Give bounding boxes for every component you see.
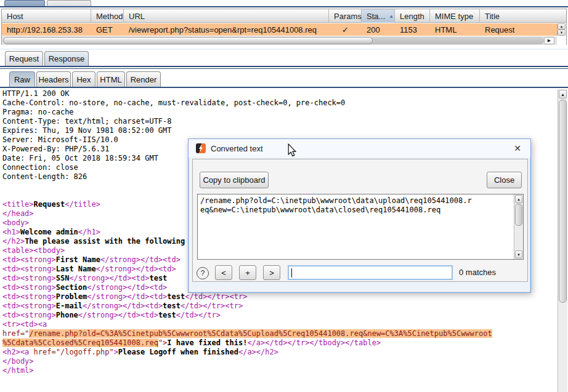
row-method: GET <box>91 25 124 34</box>
raw-line: <td><strong>Phone</strong></td><td>test<… <box>0 311 558 320</box>
raw-line: href="/rename.php?old=C%3A%5Cinetpub%5Cw… <box>0 329 558 338</box>
converted-text-dialog: Converted text ✕ Copy to clipboard Close… <box>188 138 531 293</box>
scroll-right-icon[interactable]: ▶ <box>544 37 554 44</box>
dialog-title: Converted text <box>211 144 263 153</box>
row-mime-type: HTML <box>430 25 480 34</box>
row-status: 200 <box>362 25 395 34</box>
raw-line: %5Cdata%5Cclosed%5Creq105441008.req">I h… <box>0 338 558 348</box>
close-icon[interactable]: ✕ <box>512 143 523 154</box>
raw-line: HTTP/1.1 200 OK <box>0 89 558 98</box>
scroll-down-icon[interactable]: ▼ <box>515 250 522 258</box>
burp-app-icon <box>196 143 206 153</box>
raw-line: </html> <box>0 366 558 375</box>
copy-to-clipboard-button[interactable]: Copy to clipboard <box>200 172 269 188</box>
raw-line: Content-Type: text/html; charset=UTF-8 <box>0 117 558 126</box>
scrollbar-thumb[interactable] <box>559 100 567 303</box>
scroll-down-icon[interactable]: ▼ <box>558 30 566 36</box>
raw-line: <tr><td><a <box>0 320 558 329</box>
column-header-status-label: Sta... <box>367 12 385 21</box>
row-length: 1153 <box>395 25 430 34</box>
raw-line: Cache-Control: no-store, no-cache, must-… <box>0 98 558 108</box>
row-host: http://192.168.253.38 <box>2 25 91 34</box>
row-url: /viewreport.php?status=open&rpt=req10544… <box>124 25 329 34</box>
column-header-method[interactable]: Method <box>91 9 124 23</box>
help-icon[interactable]: ? <box>197 267 209 279</box>
raw-line: <td><strong>E-mail</strong></td><td>test… <box>0 302 558 311</box>
divider <box>0 6 568 7</box>
tab-request[interactable]: Request <box>5 51 43 66</box>
scrollbar-thumb[interactable] <box>515 204 522 226</box>
converted-text-area[interactable]: /rename.php?old=C:\inetpub\wwwroot\data\… <box>197 194 524 260</box>
scroll-up-icon[interactable]: ▲ <box>515 195 522 203</box>
dialog-titlebar[interactable]: Converted text ✕ <box>189 139 530 158</box>
dialog-content-panel: Copy to clipboard Close /rename.php?old=… <box>192 159 528 282</box>
raw-line: </body> <box>0 357 558 366</box>
row-title: Request <box>480 25 557 34</box>
text-caret <box>291 268 292 278</box>
table-header-row: Host Method URL Params Sta...▲ Length MI… <box>2 9 566 23</box>
tab-render[interactable]: Render <box>126 71 161 87</box>
tab-hex[interactable]: Hex <box>72 71 95 87</box>
raw-line: <h2><a href="/logoff.php">Please Logoff … <box>0 348 558 357</box>
column-header-params[interactable]: Params <box>329 9 362 23</box>
raw-line: Pragma: no-cache <box>0 108 558 117</box>
http-history-table: Host Method URL Params Sta...▲ Length MI… <box>1 9 567 45</box>
search-options-button[interactable]: + <box>239 265 256 280</box>
raw-line: <td><strong>Problem</strong></td><td>tes… <box>0 292 558 302</box>
mouse-cursor-icon <box>287 143 297 157</box>
search-input[interactable] <box>288 265 453 280</box>
column-header-mime-type[interactable]: MIME type <box>430 9 480 23</box>
divider <box>0 87 568 88</box>
sort-ascending-icon: ▲ <box>389 14 394 19</box>
table-horizontal-scrollbar[interactable]: ▶ <box>2 36 557 45</box>
raw-line: Expires: Thu, 19 Nov 1981 08:52:00 GMT <box>0 126 558 135</box>
column-header-length[interactable]: Length <box>395 9 430 23</box>
table-row[interactable]: http://192.168.253.38 GET /viewreport.ph… <box>2 23 557 36</box>
divider <box>0 49 568 50</box>
column-header-host[interactable]: Host <box>2 9 91 23</box>
tab-headers[interactable]: Headers <box>36 71 71 87</box>
top-tab-fragment[interactable] <box>47 0 91 6</box>
response-vertical-scrollbar[interactable]: ▲ <box>558 89 567 392</box>
close-button[interactable]: Close <box>487 172 522 188</box>
raw-line: /rename.php?old=C:\inetpub\wwwroot\data\… <box>200 196 513 206</box>
tab-raw[interactable]: Raw <box>9 71 35 87</box>
search-previous-button[interactable]: < <box>215 265 232 280</box>
divider <box>0 66 568 67</box>
search-next-button[interactable]: > <box>263 265 280 280</box>
raw-line: eq&new=C:\inetpub\wwwroot\data\closed\re… <box>200 206 513 215</box>
scroll-up-icon[interactable]: ▲ <box>558 23 566 30</box>
column-header-title[interactable]: Title <box>480 9 557 23</box>
divider <box>0 68 568 69</box>
scrollbar-track <box>370 37 544 44</box>
tab-html[interactable]: HTML <box>97 71 125 87</box>
scroll-up-icon[interactable]: ▲ <box>559 90 567 98</box>
top-tab-fragment-selected[interactable] <box>4 0 45 6</box>
matches-count-label: 0 matches <box>459 268 496 277</box>
textarea-vertical-scrollbar[interactable]: ▲ ▼ <box>514 194 523 259</box>
column-header-status[interactable]: Sta...▲ <box>362 9 395 23</box>
table-vertical-scrollbar[interactable]: ▲ ▼ <box>557 23 566 36</box>
tab-response[interactable]: Response <box>44 51 89 66</box>
column-header-url[interactable]: URL <box>124 9 329 23</box>
burp-suite-window: Host Method URL Params Sta...▲ Length MI… <box>0 0 568 392</box>
params-check-icon: ✓ <box>329 25 362 34</box>
scrollbar-corner <box>557 36 566 45</box>
scrollbar-thumb[interactable] <box>3 37 373 44</box>
